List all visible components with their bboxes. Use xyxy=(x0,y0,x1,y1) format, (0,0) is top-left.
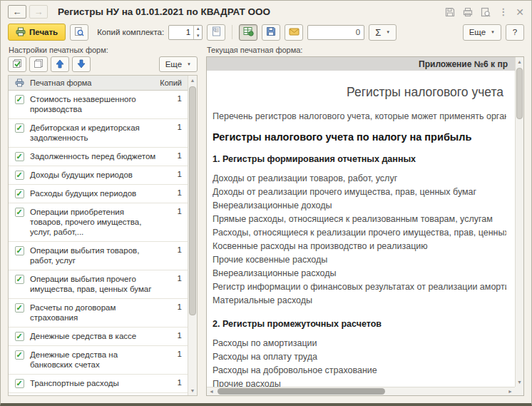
print-icon[interactable] xyxy=(463,7,473,17)
document-preview: Приложение №6 к пр Регистры налогового у… xyxy=(206,56,524,396)
register-line: Расходы по амортизации xyxy=(213,337,506,350)
row-checkbox-cell: ✓ xyxy=(9,170,30,180)
preview-hscroll-thumb[interactable] xyxy=(218,388,385,395)
table-row[interactable]: ✓ Расчеты по договорам страхования 1 xyxy=(9,299,188,328)
table-row[interactable]: ✓ Доходы будущих периодов 1 xyxy=(9,166,188,185)
checkbox-checked-icon[interactable]: ✓ xyxy=(15,303,24,313)
arrow-up-icon xyxy=(56,59,64,70)
scroll-right-icon[interactable]: ► xyxy=(506,389,515,394)
uncheck-all-button[interactable] xyxy=(29,56,48,72)
save-document-button[interactable] xyxy=(262,24,280,41)
table-row[interactable]: ✓ Денежные средства в кассе 1 xyxy=(9,328,188,346)
column-header-form[interactable]: Печатная форма xyxy=(30,78,156,87)
more-button[interactable]: Еще ▼ xyxy=(463,24,501,41)
close-icon[interactable]: ✕ xyxy=(516,6,524,18)
checkbox-checked-icon[interactable]: ✓ xyxy=(15,189,24,198)
move-up-button[interactable] xyxy=(51,56,69,72)
scroll-up-icon[interactable]: ▲ xyxy=(517,57,522,66)
table-row[interactable]: ✓ Операции выбытия прочего имущества, пр… xyxy=(9,270,188,299)
main-area: Настройки печатных форм: Еще ▼ xyxy=(1,45,531,403)
copies-stepper[interactable]: 1 ▲ ▼ xyxy=(168,25,203,40)
print-button[interactable]: Печать xyxy=(8,24,66,41)
left-scroll-thumb[interactable] xyxy=(189,86,196,315)
table-row[interactable]: ✓ Операции приобретения товаров, прочего… xyxy=(9,203,188,242)
scroll-down-icon[interactable]: ▼ xyxy=(190,386,195,395)
checkbox-checked-icon[interactable]: ✓ xyxy=(15,350,24,360)
table-row[interactable]: ✓ Регистр налогового учета по налогу на … xyxy=(9,393,188,395)
checkbox-checked-icon[interactable]: ✓ xyxy=(15,332,24,341)
preview-horizontal-scrollbar[interactable]: ◄ ► xyxy=(207,387,515,395)
stepper-up-icon[interactable]: ▲ xyxy=(194,26,202,33)
checkbox-checked-icon[interactable]: ✓ xyxy=(15,208,24,217)
left-more-button-label: Еще xyxy=(165,60,182,68)
document-content[interactable]: Регистры налогового учета Перечень регис… xyxy=(207,71,515,387)
print-button-label: Печать xyxy=(29,28,58,36)
preview-vscroll-thumb[interactable] xyxy=(516,68,523,119)
copies-stepper-arrows: ▲ ▼ xyxy=(193,26,202,39)
page-setup-button[interactable] xyxy=(207,24,225,41)
preview-hscroll-track[interactable] xyxy=(216,387,506,395)
printer-column-icon xyxy=(9,78,30,87)
table-row[interactable]: ✓ Операции выбытия товаров, работ, услуг… xyxy=(9,242,188,270)
document-intro: Перечень регистров налогового учета, кот… xyxy=(213,111,506,121)
table-row[interactable]: ✓ Задолженность перед бюджетом 1 xyxy=(9,148,188,166)
scroll-down-icon[interactable]: ▼ xyxy=(517,377,522,387)
annex-note: Приложение №6 к пр xyxy=(207,57,515,71)
forward-icon: → xyxy=(34,6,44,17)
row-checkbox-cell: ✓ xyxy=(9,123,30,143)
row-checkbox-cell: ✓ xyxy=(9,94,30,114)
move-down-button[interactable] xyxy=(72,56,91,72)
row-form-label: Денежные средства в кассе xyxy=(30,331,159,341)
left-scroll-track[interactable] xyxy=(188,85,197,386)
preview-icon[interactable] xyxy=(481,7,491,17)
scrollbar-corner xyxy=(515,387,523,395)
checkbox-checked-icon[interactable]: ✓ xyxy=(15,379,24,388)
help-button[interactable]: ? xyxy=(506,24,524,41)
table-row[interactable]: ✓ Стоимость незавершенного производства … xyxy=(9,91,188,119)
table-row[interactable]: ✓ Расходы будущих периодов 1 xyxy=(9,185,188,203)
print-forms-panel-title: Настройки печатных форм: xyxy=(9,46,198,54)
register-line: Расходы на оплату труда xyxy=(213,350,506,364)
print-preview-button[interactable] xyxy=(70,24,88,41)
sum-field[interactable] xyxy=(307,25,364,40)
show-form-settings-button[interactable] xyxy=(239,24,257,41)
section-items: Доходы от реализации товаров, работ, усл… xyxy=(213,172,506,308)
preview-vscroll-track[interactable] xyxy=(516,66,523,377)
copies-label: Копий комплекта: xyxy=(97,28,164,36)
left-more-button[interactable]: Еще ▼ xyxy=(159,56,198,72)
checkbox-checked-icon[interactable]: ✓ xyxy=(15,171,24,180)
table-row[interactable]: ✓ Денежные средства на банковских счетах… xyxy=(9,346,188,375)
register-line: Регистр информации о финансовых результа… xyxy=(213,280,506,294)
print-forms-table: Печатная форма Копий ✓ Стоимость незавер… xyxy=(8,75,198,396)
scroll-up-icon[interactable]: ▲ xyxy=(190,76,195,85)
row-checkbox-cell: ✓ xyxy=(9,151,30,161)
register-line: Доходы от реализации прочего имущества, … xyxy=(213,186,506,199)
forward-button[interactable]: → xyxy=(29,5,48,19)
register-line: Прочие расходы xyxy=(213,377,506,387)
stepper-down-icon[interactable]: ▼ xyxy=(194,32,202,39)
scroll-left-icon[interactable]: ◄ xyxy=(207,389,216,394)
checkbox-checked-icon[interactable]: ✓ xyxy=(15,123,24,133)
back-button[interactable]: ← xyxy=(8,5,26,19)
row-checkbox-cell: ✓ xyxy=(9,378,30,388)
chevron-down-icon: ▼ xyxy=(491,30,495,34)
left-table-scrollbar[interactable]: ▲ ▼ xyxy=(188,76,197,395)
checkbox-checked-icon[interactable]: ✓ xyxy=(15,275,24,284)
more-menu-icon[interactable]: ⋮ xyxy=(498,8,508,16)
check-all-button[interactable] xyxy=(8,56,26,72)
register-line: Расходы на добровольное страхование xyxy=(213,364,506,377)
copies-value[interactable]: 1 xyxy=(169,26,193,39)
sigma-button[interactable]: Σ ▼ xyxy=(369,24,397,41)
column-header-copies[interactable]: Копий xyxy=(156,78,188,87)
save-icon[interactable] xyxy=(445,7,455,17)
table-row[interactable]: ✓ Дебиторская и кредиторская задолженнос… xyxy=(9,119,188,148)
check-all-icon xyxy=(12,59,23,70)
print-forms-panel: Настройки печатных форм: Еще ▼ xyxy=(8,45,198,396)
row-checkbox-cell: ✓ xyxy=(9,207,30,237)
preview-vertical-scrollbar[interactable]: ▲ ▼ xyxy=(515,57,523,387)
checkbox-checked-icon[interactable]: ✓ xyxy=(15,246,24,255)
checkbox-checked-icon[interactable]: ✓ xyxy=(15,152,24,161)
table-row[interactable]: ✓ Транспортные расходы 1 xyxy=(9,375,188,393)
send-email-button[interactable] xyxy=(285,24,303,41)
checkbox-checked-icon[interactable]: ✓ xyxy=(15,95,24,104)
